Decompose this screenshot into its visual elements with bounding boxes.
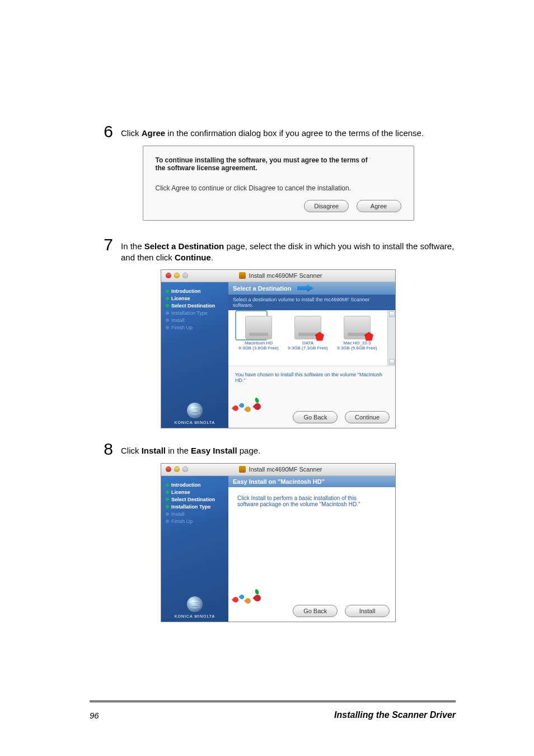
sidebar-item-label: Select Destination <box>171 303 215 309</box>
content-heading: Select a Destination <box>233 285 292 292</box>
install-message-line1: Click Install to perform a basic install… <box>237 495 386 501</box>
scrollbar[interactable] <box>387 310 395 366</box>
step-6: 6 Click Agree in the confirmation dialog… <box>101 123 456 140</box>
installer-window-select-destination: Install mc4690MF Scanner Introduction Li… <box>161 269 396 428</box>
disk-icon <box>344 316 371 339</box>
minimize-icon[interactable] <box>174 273 180 278</box>
install-button[interactable]: Install <box>345 605 390 617</box>
sidebar-item-label: Introduction <box>171 482 201 488</box>
license-agree-dialog: To continue installing the software, you… <box>143 146 414 221</box>
dialog-instruction: Click Agree to continue or click Disagre… <box>156 184 401 192</box>
close-icon[interactable] <box>166 466 171 472</box>
minimize-icon[interactable] <box>174 466 180 472</box>
step-8: 8 Click Install in the Easy Install page… <box>101 441 456 458</box>
step-number: 6 <box>101 123 113 140</box>
sidebar-item-label: Installation Type <box>171 504 210 510</box>
volume-item[interactable]: DATA 9.3GB (7.3GB Free) <box>285 316 330 363</box>
sidebar-item-label: Finish Up <box>171 325 193 330</box>
sidebar-item-label: Finish Up <box>171 519 193 524</box>
decorative-flowers <box>228 585 284 605</box>
step-text: In the Select a Destination page, select… <box>121 236 456 264</box>
volume-item[interactable]: Macintosh HD 9.3GB (3.8GB Free) <box>236 316 281 363</box>
disk-icon <box>245 316 272 339</box>
go-back-button[interactable]: Go Back <box>293 411 338 423</box>
close-icon[interactable] <box>166 273 171 278</box>
sidebar-item-label: License <box>171 296 190 301</box>
page-number: 96 <box>90 711 99 720</box>
agree-button[interactable]: Agree <box>357 200 401 212</box>
titlebar: Install mc4690MF Scanner <box>161 464 395 476</box>
package-icon <box>239 272 246 279</box>
warning-badge-icon <box>364 332 373 341</box>
decorative-flowers <box>228 394 284 413</box>
footer-rule <box>90 701 456 701</box>
brand-label: KONICA MINOLTA <box>161 614 228 618</box>
disk-icon <box>294 316 321 339</box>
page-section-title: Installing the Scanner Driver <box>334 710 456 720</box>
step-number: 8 <box>101 441 113 458</box>
sidebar-item-label: Install <box>171 511 185 517</box>
konica-minolta-logo-icon <box>187 596 203 612</box>
arrow-right-icon <box>297 284 314 292</box>
zoom-icon[interactable] <box>182 273 188 278</box>
sidebar-item-label: Introduction <box>171 288 201 294</box>
step-7: 7 In the Select a Destination page, sele… <box>101 236 456 264</box>
install-message-line2: software package on the volume "Macintos… <box>237 501 386 507</box>
scroll-down-icon[interactable] <box>389 359 395 365</box>
sidebar-item-label: Install <box>171 318 185 323</box>
warning-badge-icon <box>315 332 324 341</box>
disagree-button[interactable]: Disagree <box>304 200 349 212</box>
package-icon <box>239 466 246 473</box>
sidebar-item-label: License <box>171 489 190 495</box>
installer-sidebar: Introduction License Select Destination … <box>161 476 228 622</box>
scroll-up-icon[interactable] <box>389 311 395 317</box>
sidebar-item-label: Select Destination <box>171 497 215 502</box>
titlebar: Install mc4690MF Scanner <box>161 270 395 282</box>
chosen-volume-message: You have chosen to install this software… <box>235 372 388 383</box>
step-text: Click Agree in the confirmation dialog b… <box>121 123 456 139</box>
installer-sidebar: Introduction License Select Destination … <box>161 282 228 428</box>
content-subheading: Select a destination volume to install t… <box>228 295 395 310</box>
volume-list: Macintosh HD 9.3GB (3.8GB Free) DATA 9.3… <box>228 310 395 366</box>
step-text: Click Install in the Easy Install page. <box>121 441 456 456</box>
go-back-button[interactable]: Go Back <box>293 605 338 617</box>
zoom-icon[interactable] <box>182 466 188 472</box>
window-title: Install mc4690MF Scanner <box>249 466 322 473</box>
sidebar-item-label: Installation Type <box>171 310 208 316</box>
continue-button[interactable]: Continue <box>345 411 390 423</box>
footer-rule <box>90 702 456 702</box>
brand-label: KONICA MINOLTA <box>161 421 228 424</box>
konica-minolta-logo-icon <box>187 403 203 418</box>
content-heading: Easy Install on "Macintosh HD" <box>233 478 325 485</box>
window-title: Install mc4690MF Scanner <box>249 272 322 279</box>
dialog-message: To continue installing the software, you… <box>156 156 401 172</box>
installer-window-easy-install: Install mc4690MF Scanner Introduction Li… <box>161 463 396 622</box>
step-number: 7 <box>101 236 113 253</box>
volume-item[interactable]: Mac HD_10.3 9.3GB (5.8GB Free) <box>335 316 380 363</box>
